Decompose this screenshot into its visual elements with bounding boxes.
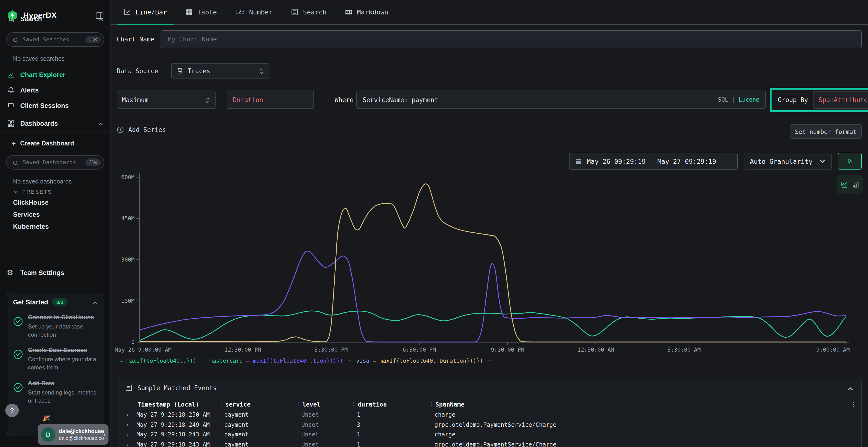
presets-label: PRESETS	[22, 189, 52, 195]
svg-text:12:30:00 AM: 12:30:00 AM	[578, 347, 614, 353]
cell-spanname: charge	[434, 431, 845, 438]
saved-dashboards-input[interactable]: ⌘K	[6, 155, 104, 170]
cell-duration: 3	[357, 421, 434, 428]
column-drag-handle[interactable]: ⋮	[429, 401, 434, 407]
collapse-sidebar-icon[interactable]	[95, 11, 104, 20]
column-header-service[interactable]: ⋮service	[224, 401, 301, 408]
chevron-down-icon	[819, 158, 826, 164]
tab-number[interactable]: 123Number	[228, 0, 279, 24]
event-row[interactable]: ›May 27 9:29:18.243 AMpaymentUnset1charg…	[124, 429, 857, 440]
legend-series-name: maxIf(toFloat640..Duration)))))	[379, 357, 483, 364]
legend-item-unset[interactable]: —maxIf(toFloat640..Duration)))))	[373, 357, 483, 364]
get-started-item[interactable]: Create Data SourcesConfigure where your …	[13, 347, 98, 372]
svg-text:450M: 450M	[121, 215, 134, 221]
group-by-token: SpanAttributes	[818, 96, 868, 104]
tab-markdown[interactable]: Markdown	[338, 0, 395, 24]
check-circle-icon	[13, 382, 23, 392]
user-menu[interactable]: D dale@clickhouse.com dale@clickhouse.co…	[38, 424, 108, 445]
tab-table[interactable]: Table	[179, 0, 223, 24]
get-started-item[interactable]: Connect to ClickHouseSet up your databas…	[13, 314, 98, 339]
collapse-events-chevron-icon[interactable]	[847, 385, 854, 391]
select-updown-icon	[206, 96, 210, 103]
field-input[interactable]: Duration	[227, 91, 314, 109]
legend-item-mastercard[interactable]: —maxIf(toFloat640..)))	[120, 357, 196, 364]
aggregation-select[interactable]: Maximum	[117, 91, 216, 109]
create-dashboard-button[interactable]: + Create Dashboard	[0, 136, 111, 150]
preset-item-kubernetes[interactable]: Kubernetes	[0, 220, 111, 233]
app-title: HyperDX	[23, 11, 57, 20]
where-value: ServiceName: payment	[363, 96, 438, 103]
event-row[interactable]: ›May 27 9:29:18.243 AMpaymentUnset1grpc.…	[124, 440, 857, 447]
tab-line-bar[interactable]: Line/Bar	[117, 0, 174, 24]
calendar-icon	[575, 158, 582, 165]
sidebar-item-alerts[interactable]: Alerts	[0, 82, 111, 98]
column-header-spanname[interactable]: ⋮SpanName	[434, 401, 845, 408]
sidebar-item-client-sessions[interactable]: Client Sessions	[0, 98, 111, 113]
tab-search[interactable]: Search	[284, 0, 334, 24]
date-range-picker[interactable]: May 26 09:29:19 - May 27 09:29:19	[569, 153, 738, 170]
column-header-timestamp-local-[interactable]: Timestamp (Local)	[136, 401, 224, 408]
svg-text:0: 0	[131, 339, 134, 345]
column-drag-handle[interactable]: ⋮	[296, 401, 301, 407]
event-row[interactable]: ›May 27 9:29:18.250 AMpaymentUnset1charg…	[124, 410, 857, 420]
set-number-format-button[interactable]: Set number format	[790, 124, 862, 139]
add-series-button[interactable]: Add Series	[117, 126, 166, 133]
main-content: Line/BarTable123NumberSearchMarkdown Cha…	[111, 0, 868, 447]
cell-timestamp: May 27 9:29:18.250 AM	[136, 412, 224, 418]
get-started-item-title: Create Data Sources	[28, 347, 98, 355]
saved-searches-input[interactable]: ⌘K	[6, 32, 104, 47]
row-expand-chevron-icon: ›	[124, 431, 136, 438]
timeseries-chart[interactable]: 0150M300M450M600MMay 26 9:00:00 AM12:30:…	[111, 170, 868, 356]
get-started-header[interactable]: Get Started 3/3	[13, 298, 98, 306]
cell-service: payment	[224, 441, 301, 447]
sidebar-section-dashboards[interactable]: Dashboards	[0, 115, 111, 132]
run-query-button[interactable]	[838, 153, 862, 170]
sidebar-item-chart-explorer[interactable]: Chart Explorer	[0, 67, 111, 82]
search-icon	[12, 159, 19, 166]
dashboards-grid-icon	[7, 119, 15, 128]
chart-type-tabbar: Line/BarTable123NumberSearchMarkdown	[111, 0, 868, 25]
cell-level: Unset	[301, 412, 357, 418]
help-button[interactable]: ?	[5, 404, 19, 417]
tab-label: Markdown	[357, 8, 388, 16]
preset-item-services[interactable]: Services	[0, 209, 111, 220]
events-table: Timestamp (Local)⋮service⋮level⋮duration…	[124, 398, 857, 447]
series-line-unset[interactable]	[140, 184, 846, 342]
data-source-value: Traces	[188, 67, 210, 74]
saved-dashboards-field[interactable]	[19, 159, 86, 166]
data-source-select[interactable]: Traces	[171, 63, 269, 78]
sidebar-item-label: Client Sessions	[20, 102, 69, 109]
cell-spanname: grpc.oteldemo.PaymentService/Charge	[434, 421, 845, 428]
cell-spanname: charge	[434, 412, 845, 418]
hyperdx-logo-icon	[7, 10, 18, 21]
legend-separator: ·	[200, 357, 206, 364]
preset-item-clickhouse[interactable]: ClickHouse	[0, 197, 111, 209]
column-drag-handle[interactable]: ⋮	[351, 401, 356, 407]
presets-toggle[interactable]: PRESETS	[0, 186, 111, 197]
granularity-value: Auto Granularity	[750, 157, 812, 165]
series-line-visa[interactable]	[140, 251, 846, 342]
cell-timestamp: May 27 9:29:18.243 AM	[136, 431, 224, 438]
date-range-value: May 26 09:29:19 - May 27 09:29:19	[587, 157, 716, 165]
group-by-highlight-annotation: Group By SpanAttributes['app.payment.car…	[770, 88, 868, 112]
chevron-down-icon	[13, 189, 18, 194]
column-drag-handle[interactable]: ⋮	[218, 401, 224, 407]
sidebar-item-team-settings[interactable]: ⚙ Team Settings	[0, 265, 111, 280]
where-input[interactable]: ServiceName: payment SQL | Lucene	[356, 91, 766, 109]
event-row[interactable]: ›May 27 9:29:18.249 AMpaymentUnset3grpc.…	[124, 420, 857, 429]
get-started-item-subtitle: Set up your database connection	[28, 323, 98, 339]
lucene-mode-toggle[interactable]: Lucene	[739, 96, 760, 103]
group-by-input[interactable]: SpanAttributes['app.payment.card_type']	[813, 91, 868, 109]
get-started-item[interactable]: Add DataStart sending logs, metrics, or …	[13, 380, 98, 405]
granularity-select[interactable]: Auto Granularity	[744, 153, 832, 170]
chevron-up-icon[interactable]	[92, 299, 98, 305]
laptop-icon	[7, 101, 15, 110]
chart-name-input[interactable]	[161, 30, 862, 48]
column-header-level[interactable]: ⋮level	[301, 401, 357, 408]
table-options-kebab-icon[interactable]: ⋮	[845, 401, 857, 408]
column-header-duration[interactable]: ⋮duration	[357, 401, 434, 408]
chevron-up-icon[interactable]	[98, 121, 104, 126]
legend-item-visa[interactable]: —maxIf(toFloat640..tion)))))	[246, 357, 343, 364]
saved-searches-field[interactable]	[19, 36, 86, 43]
sql-mode-toggle[interactable]: SQL	[718, 96, 728, 103]
